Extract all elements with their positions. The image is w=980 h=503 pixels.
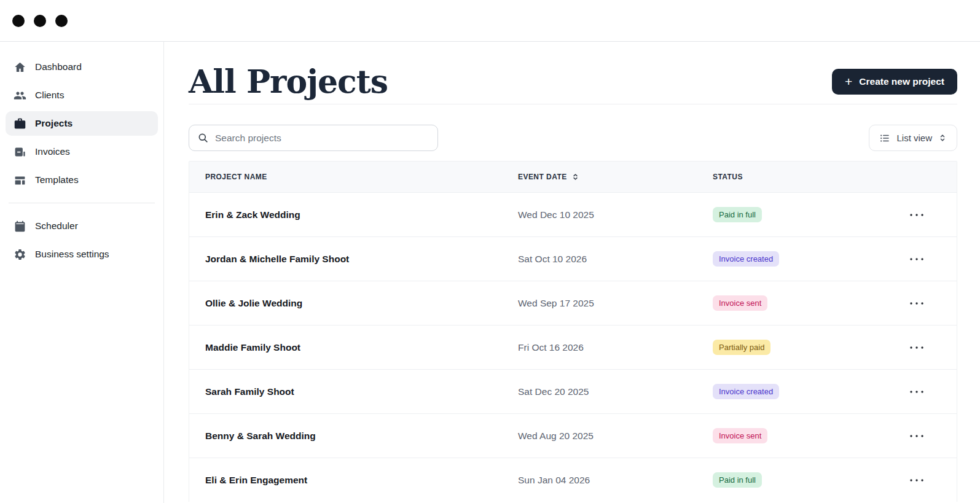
more-options-button[interactable]	[904, 252, 929, 266]
topbar	[0, 0, 980, 42]
sidebar-item-label: Scheduler	[35, 220, 78, 232]
ellipsis-icon	[909, 302, 924, 305]
create-new-project-button[interactable]: + Create new project	[832, 69, 957, 95]
more-options-button[interactable]	[904, 474, 929, 487]
ellipsis-icon	[909, 257, 924, 261]
event-date: Wed Sep 17 2025	[518, 298, 594, 308]
status-badge: Partially paid	[713, 340, 770, 355]
search-box[interactable]	[189, 125, 438, 151]
ellipsis-icon	[909, 346, 924, 349]
ellipsis-icon	[909, 478, 924, 482]
ellipsis-icon	[909, 213, 924, 217]
table-header-row: PROJECT NAME EVENT DATE STATUS	[189, 162, 957, 192]
briefcase-icon	[14, 117, 26, 130]
sidebar-divider	[9, 203, 155, 203]
column-header-event-date[interactable]: EVENT DATE	[518, 173, 713, 181]
window-dot-icon	[12, 15, 25, 27]
table-row[interactable]: Sarah Family Shoot Sat Dec 20 2025 Invoi…	[189, 369, 957, 413]
more-options-button[interactable]	[904, 208, 929, 222]
sidebar-item-templates[interactable]: Templates	[6, 168, 158, 192]
event-date: Fri Oct 16 2026	[518, 342, 584, 353]
project-name: Eli & Erin Engagement	[205, 475, 307, 485]
more-options-button[interactable]	[904, 429, 929, 443]
more-options-button[interactable]	[904, 297, 929, 310]
status-badge: Invoice created	[713, 251, 779, 267]
project-name: Jordan & Michelle Family Shoot	[205, 254, 349, 264]
project-name: Benny & Sarah Wedding	[205, 431, 316, 441]
calendar-icon	[14, 220, 26, 233]
sort-icon	[571, 173, 579, 181]
project-name: Maddie Family Shoot	[205, 342, 300, 353]
sidebar-item-label: Projects	[35, 118, 73, 129]
view-selector-button[interactable]: List view	[869, 125, 957, 151]
sidebar-item-label: Clients	[35, 90, 64, 101]
sidebar-item-label: Dashboard	[35, 61, 82, 72]
main-content: All Projects + Create new project List v…	[164, 42, 980, 503]
templates-icon	[14, 174, 26, 187]
more-options-button[interactable]	[904, 385, 929, 399]
status-badge: Invoice sent	[713, 295, 767, 311]
event-date: Sat Oct 10 2026	[518, 254, 587, 264]
sidebar-item-label: Invoices	[35, 146, 70, 157]
sidebar-item-scheduler[interactable]: Scheduler	[6, 214, 158, 238]
event-date: Wed Dec 10 2025	[518, 209, 594, 220]
sidebar-item-invoices[interactable]: Invoices	[6, 139, 158, 164]
status-badge: Invoice created	[713, 384, 779, 399]
project-name: Erin & Zack Wedding	[205, 209, 300, 220]
event-date: Sat Dec 20 2025	[518, 386, 589, 397]
create-button-label: Create new project	[859, 76, 944, 87]
table-row[interactable]: Eli & Erin Engagement Sun Jan 04 2026 Pa…	[189, 458, 957, 502]
search-input[interactable]	[215, 133, 429, 144]
event-date: Wed Aug 20 2025	[518, 431, 594, 441]
home-icon	[14, 61, 26, 74]
sidebar-item-projects[interactable]: Projects	[6, 111, 158, 136]
column-header-project-name: PROJECT NAME	[189, 173, 518, 181]
status-badge: Paid in full	[713, 472, 762, 488]
table-row[interactable]: Erin & Zack Wedding Wed Dec 10 2025 Paid…	[189, 192, 957, 236]
sidebar-item-label: Templates	[35, 174, 79, 185]
project-name: Sarah Family Shoot	[205, 386, 294, 397]
ellipsis-icon	[909, 390, 924, 394]
projects-table: PROJECT NAME EVENT DATE STATUS Erin & Za…	[189, 161, 957, 502]
project-name: Ollie & Jolie Wedding	[205, 298, 302, 308]
table-row[interactable]: Jordan & Michelle Family Shoot Sat Oct 1…	[189, 236, 957, 281]
toolbar: List view	[189, 125, 957, 151]
window-dot-icon	[55, 15, 68, 27]
status-badge: Invoice sent	[713, 428, 767, 443]
ellipsis-icon	[909, 434, 924, 438]
more-options-button[interactable]	[904, 341, 929, 354]
view-selector-label: List view	[896, 133, 932, 143]
page-title: All Projects	[189, 63, 388, 101]
page-header: All Projects + Create new project	[189, 63, 957, 104]
sidebar-item-label: Business settings	[35, 249, 109, 260]
search-icon	[197, 132, 209, 144]
sidebar-item-dashboard[interactable]: Dashboard	[6, 55, 158, 79]
list-icon	[879, 133, 890, 144]
users-icon	[14, 89, 26, 102]
table-row[interactable]: Benny & Sarah Wedding Wed Aug 20 2025 In…	[189, 413, 957, 458]
sidebar: Dashboard Clients Projects Invoices Temp…	[0, 42, 164, 503]
invoice-icon	[14, 146, 26, 158]
table-row[interactable]: Maddie Family Shoot Fri Oct 16 2026 Part…	[189, 325, 957, 369]
unfold-icon	[938, 133, 947, 142]
column-header-label: EVENT DATE	[518, 173, 567, 181]
table-row[interactable]: Ollie & Jolie Wedding Wed Sep 17 2025 In…	[189, 281, 957, 325]
table-body: Erin & Zack Wedding Wed Dec 10 2025 Paid…	[189, 192, 957, 502]
sidebar-item-clients[interactable]: Clients	[6, 83, 158, 107]
status-badge: Paid in full	[713, 207, 762, 222]
column-header-status: STATUS	[713, 173, 897, 181]
gear-icon	[14, 248, 26, 261]
event-date: Sun Jan 04 2026	[518, 475, 590, 485]
sidebar-item-business-settings[interactable]: Business settings	[6, 242, 158, 267]
plus-icon: +	[845, 75, 852, 88]
window-dot-icon	[34, 15, 46, 27]
